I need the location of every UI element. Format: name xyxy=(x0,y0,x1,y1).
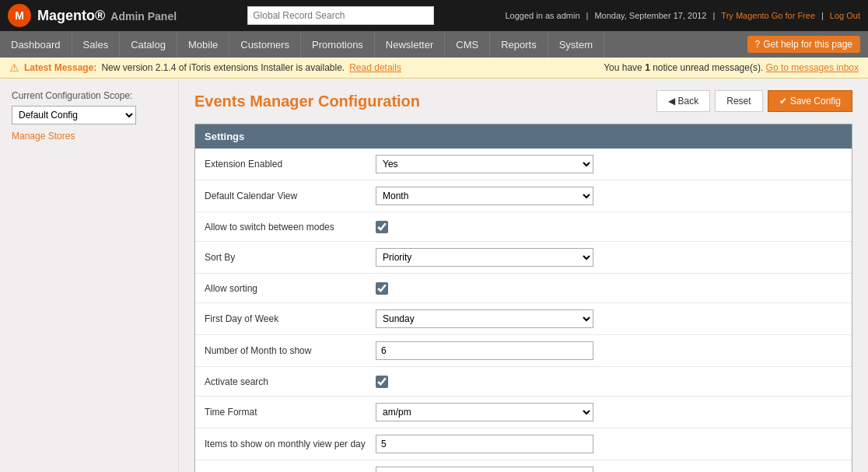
setting-label-extension-enabled: Extension Enabled xyxy=(205,159,376,170)
help-icon: ? xyxy=(755,39,761,50)
page-header: Events Manager Configuration ◀ Back Rese… xyxy=(194,90,852,112)
settings-section: Settings Extension Enabled Yes No Defaul… xyxy=(194,124,852,472)
setting-label-items-monthly: Items to show on monthly view per day xyxy=(205,439,376,449)
nav-promotions[interactable]: Promotions xyxy=(301,31,375,58)
setting-activate-search: Activate search xyxy=(195,367,852,397)
setting-items-monthly: Items to show on monthly view per day xyxy=(195,428,852,460)
setting-label-num-months: Number of Month to show xyxy=(205,345,376,356)
setting-extension-enabled: Extension Enabled Yes No xyxy=(195,149,852,180)
messages-inbox-link[interactable]: Go to messages inbox xyxy=(766,62,859,73)
items-monthly-input[interactable] xyxy=(376,435,593,453)
notice-bar: ⚠ Latest Message: New version 2.1.4 of i… xyxy=(0,58,868,79)
settings-table: Extension Enabled Yes No Default Calenda… xyxy=(195,149,852,472)
main-content: Events Manager Configuration ◀ Back Rese… xyxy=(179,79,868,472)
extension-enabled-select[interactable]: Yes No xyxy=(376,155,593,173)
notice-right: You have 1 notice unread message(s). Go … xyxy=(604,62,859,73)
back-button[interactable]: ◀ Back xyxy=(656,90,711,112)
nav-dashboard[interactable]: Dashboard xyxy=(0,31,72,58)
setting-label-calendar-view: Default Calendar View xyxy=(205,191,376,201)
notice-count: 1 xyxy=(645,62,650,73)
switch-modes-checkbox[interactable] xyxy=(376,221,388,233)
setting-items-weekly: Items to show on weekly view per day xyxy=(195,460,852,472)
nav-right: ? Get help for this page xyxy=(747,36,868,53)
action-buttons: ◀ Back Reset ✔ Save Config xyxy=(656,90,852,112)
scope-label: Current Configuration Scope: xyxy=(12,90,166,101)
items-weekly-input[interactable] xyxy=(376,467,593,472)
magento-logo-icon: M xyxy=(8,4,31,27)
setting-label-sort-by: Sort By xyxy=(205,252,376,263)
setting-value-extension-enabled: Yes No xyxy=(376,155,842,173)
header-right: Logged in as admin | Monday, September 1… xyxy=(506,11,861,20)
setting-calendar-view: Default Calendar View Month Week Day xyxy=(195,180,852,212)
nav-catalog[interactable]: Catalog xyxy=(120,31,177,58)
setting-num-months: Number of Month to show xyxy=(195,335,852,367)
header: M Magento® Admin Panel Logged in as admi… xyxy=(0,0,868,31)
reset-button[interactable]: Reset xyxy=(715,90,762,112)
setting-label-time-format: Time Format xyxy=(205,407,376,418)
setting-value-sort-by: Priority Name Date xyxy=(376,248,842,267)
notice-label: Latest Message: xyxy=(24,62,96,73)
setting-switch-modes: Allow to switch between modes xyxy=(195,212,852,242)
nav-cms[interactable]: CMS xyxy=(445,31,490,58)
logo-area: M Magento® Admin Panel xyxy=(8,4,177,27)
num-months-input[interactable] xyxy=(376,341,593,360)
manage-stores-link[interactable]: Manage Stores xyxy=(12,131,166,142)
search-input[interactable] xyxy=(247,6,434,25)
settings-section-header: Settings xyxy=(195,124,852,149)
page-title: Events Manager Configuration xyxy=(194,93,420,110)
read-details-link[interactable]: Read details xyxy=(349,62,401,73)
setting-value-num-months xyxy=(376,341,842,360)
setting-sort-by: Sort By Priority Name Date xyxy=(195,242,852,274)
nav-mobile[interactable]: Mobile xyxy=(177,31,229,58)
try-magento-link[interactable]: Try Magento Go for Free xyxy=(721,11,815,20)
setting-value-calendar-view: Month Week Day xyxy=(376,187,842,205)
allow-sorting-checkbox[interactable] xyxy=(376,282,388,295)
setting-first-day: First Day of Week Sunday Monday xyxy=(195,303,852,335)
date-text: Monday, September 17, 2012 xyxy=(594,11,706,20)
setting-value-items-weekly xyxy=(376,467,842,472)
back-icon: ◀ xyxy=(668,96,675,107)
activate-search-checkbox[interactable] xyxy=(376,376,388,388)
setting-value-time-format: am/pm 24h xyxy=(376,403,842,421)
nav-sales[interactable]: Sales xyxy=(72,31,121,58)
calendar-view-select[interactable]: Month Week Day xyxy=(376,187,593,205)
main-nav: Dashboard Sales Catalog Mobile Customers… xyxy=(0,31,868,58)
setting-value-allow-sorting xyxy=(376,282,842,295)
notice-left: ⚠ Latest Message: New version 2.1.4 of i… xyxy=(9,61,401,74)
setting-time-format: Time Format am/pm 24h xyxy=(195,397,852,428)
setting-value-activate-search xyxy=(376,376,842,388)
sidebar: Current Configuration Scope: Default Con… xyxy=(0,79,179,472)
notice-icon: ⚠ xyxy=(9,61,19,74)
logout-link[interactable]: Log Out xyxy=(830,11,860,20)
setting-value-switch-modes xyxy=(376,221,842,233)
setting-value-first-day: Sunday Monday xyxy=(376,309,842,328)
setting-value-items-monthly xyxy=(376,435,842,453)
time-format-select[interactable]: am/pm 24h xyxy=(376,403,593,421)
brand-name: Magento® Admin Panel xyxy=(37,8,177,24)
setting-label-switch-modes: Allow to switch between modes xyxy=(205,222,376,233)
setting-label-activate-search: Activate search xyxy=(205,376,376,387)
nav-reports[interactable]: Reports xyxy=(490,31,548,58)
nav-customers[interactable]: Customers xyxy=(229,31,301,58)
save-config-button[interactable]: ✔ Save Config xyxy=(768,90,852,112)
notice-message: New version 2.1.4 of iToris extensions I… xyxy=(101,62,345,73)
nav-newsletter[interactable]: Newsletter xyxy=(375,31,445,58)
setting-label-first-day: First Day of Week xyxy=(205,313,376,324)
scope-select[interactable]: Default Config xyxy=(12,106,136,124)
setting-allow-sorting: Allow sorting xyxy=(195,274,852,303)
setting-label-allow-sorting: Allow sorting xyxy=(205,283,376,294)
save-icon: ✔ xyxy=(779,96,787,107)
search-area xyxy=(177,6,505,25)
scope-select-wrap: Default Config xyxy=(12,106,166,124)
logged-in-text: Logged in as admin xyxy=(506,11,580,20)
nav-system[interactable]: System xyxy=(548,31,604,58)
sort-by-select[interactable]: Priority Name Date xyxy=(376,248,593,267)
help-button[interactable]: ? Get help for this page xyxy=(747,36,860,53)
main-layout: Current Configuration Scope: Default Con… xyxy=(0,79,868,472)
first-day-select[interactable]: Sunday Monday xyxy=(376,309,593,328)
